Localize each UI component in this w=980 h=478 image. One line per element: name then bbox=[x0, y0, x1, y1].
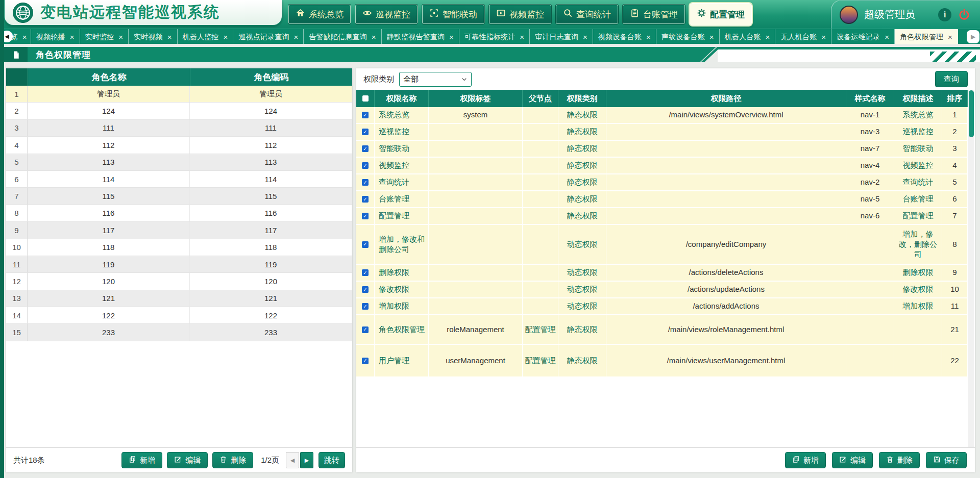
permission-table-row[interactable]: ✓台账管理静态权限nav-5台账管理6 bbox=[356, 191, 968, 208]
role-table-row[interactable]: 15233233 bbox=[6, 324, 352, 341]
tab-12[interactable]: 机器人台账× bbox=[720, 29, 776, 44]
permission-type-select[interactable]: 全部 bbox=[399, 72, 472, 87]
tab-7[interactable]: 静默监视告警查询× bbox=[382, 29, 459, 44]
nav-button-4[interactable]: 查询统计 bbox=[556, 5, 618, 24]
role-table-row[interactable]: 11119119 bbox=[6, 256, 352, 273]
nav-button-2[interactable]: 智能联动 bbox=[422, 5, 484, 24]
scrollbar-thumb[interactable] bbox=[969, 90, 974, 137]
nav-button-5[interactable]: 台账管理 bbox=[623, 5, 685, 24]
tab-8[interactable]: 可靠性指标统计× bbox=[459, 29, 530, 44]
role-table-row[interactable]: 10118118 bbox=[6, 239, 352, 256]
row-checkbox[interactable]: ✓ bbox=[362, 213, 369, 219]
role-name-cell: 122 bbox=[28, 307, 190, 323]
row-checkbox[interactable]: ✓ bbox=[362, 145, 369, 152]
row-checkbox[interactable]: ✓ bbox=[362, 129, 369, 135]
tab-close-icon[interactable]: × bbox=[372, 33, 376, 41]
tab-scroll-right-icon[interactable]: ▶ bbox=[967, 30, 979, 43]
save-button[interactable]: 保存 bbox=[926, 452, 967, 468]
tab-10[interactable]: 视频设备台账× bbox=[593, 29, 656, 44]
row-checkbox[interactable]: ✓ bbox=[362, 269, 369, 276]
search-button[interactable]: 查询 bbox=[935, 71, 968, 87]
tab-close-icon[interactable]: × bbox=[294, 33, 299, 41]
row-checkbox[interactable]: ✓ bbox=[362, 179, 369, 186]
permission-table-row[interactable]: ✓增加权限动态权限/actions/addActions增加权限11 bbox=[356, 298, 968, 315]
role-table-row[interactable]: 12120120 bbox=[6, 273, 352, 290]
tab-label: 无人机台账 bbox=[780, 32, 817, 42]
edit-button[interactable]: 编辑 bbox=[167, 452, 208, 468]
permission-table-row[interactable]: ✓增加，修改和删除公司动态权限/company/editCompany增加，修改… bbox=[356, 225, 968, 265]
permission-table-row[interactable]: ✓视频监控静态权限nav-4视频监控4 bbox=[356, 158, 968, 174]
role-table-row[interactable]: 9117117 bbox=[6, 222, 352, 239]
tab-close-icon[interactable]: × bbox=[709, 33, 714, 41]
role-table-row[interactable]: 14122122 bbox=[6, 307, 352, 324]
delete-button[interactable]: 删除 bbox=[879, 452, 920, 468]
tab-close-icon[interactable]: × bbox=[885, 33, 889, 41]
role-table-row[interactable]: 5113113 bbox=[6, 154, 352, 171]
nav-button-3[interactable]: 视频监控 bbox=[489, 5, 551, 24]
tab-3[interactable]: 实时视频× bbox=[129, 29, 178, 44]
tab-close-icon[interactable]: × bbox=[646, 33, 651, 41]
edit-button[interactable]: 编辑 bbox=[832, 452, 873, 468]
tab-2[interactable]: 实时监控× bbox=[80, 29, 129, 44]
permission-table-row[interactable]: ✓修改权限动态权限/actions/updateActions修改权限10 bbox=[356, 282, 968, 298]
tab-15[interactable]: 角色权限管理× bbox=[895, 29, 958, 44]
row-checkbox[interactable]: ✓ bbox=[362, 112, 369, 118]
table-scrollbar[interactable] bbox=[968, 90, 974, 447]
add-button[interactable]: 新增 bbox=[785, 452, 826, 468]
role-table-row[interactable]: 13121121 bbox=[6, 290, 352, 307]
role-table-row[interactable]: 6114114 bbox=[6, 171, 352, 188]
role-table-row[interactable]: 1管理员管理员 bbox=[6, 86, 352, 103]
tab-close-icon[interactable]: × bbox=[449, 33, 454, 41]
row-checkbox[interactable]: ✓ bbox=[362, 241, 369, 248]
tab-6[interactable]: 告警缺陷信息查询× bbox=[304, 29, 381, 44]
permission-table-row[interactable]: ✓查询统计静态权限nav-2查询统计5 bbox=[356, 174, 968, 191]
permission-table-row[interactable]: ✓删除权限动态权限/actions/deleteActions删除权限9 bbox=[356, 265, 968, 282]
tab-close-icon[interactable]: × bbox=[167, 33, 172, 41]
tab-close-icon[interactable]: × bbox=[520, 33, 524, 41]
row-checkbox[interactable]: ✓ bbox=[362, 358, 369, 364]
row-checkbox[interactable]: ✓ bbox=[362, 196, 369, 203]
tab-close-icon[interactable]: × bbox=[223, 33, 228, 41]
role-table-row[interactable]: 8116116 bbox=[6, 205, 352, 222]
row-checkbox[interactable]: ✓ bbox=[362, 162, 369, 169]
row-checkbox[interactable]: ✓ bbox=[362, 286, 369, 293]
select-all-checkbox[interactable] bbox=[356, 90, 375, 107]
tab-close-icon[interactable]: × bbox=[118, 33, 123, 41]
logout-power-icon[interactable] bbox=[958, 8, 971, 21]
role-table-row[interactable]: 3111111 bbox=[6, 120, 352, 137]
permission-table-row[interactable]: ✓配置管理静态权限nav-6配置管理7 bbox=[356, 208, 968, 225]
delete-button[interactable]: 删除 bbox=[212, 452, 253, 468]
permission-table-row[interactable]: ✓用户管理userManagement配置管理静态权限/main/views/u… bbox=[356, 345, 968, 378]
nav-button-1[interactable]: 巡视监控 bbox=[355, 5, 418, 24]
tab-4[interactable]: 机器人监控× bbox=[178, 29, 234, 44]
tab-close-icon[interactable]: × bbox=[22, 33, 27, 41]
tab-close-icon[interactable]: × bbox=[766, 33, 770, 41]
jump-page-button[interactable]: 跳转 bbox=[318, 452, 345, 468]
nav-button-0[interactable]: 系统总览 bbox=[288, 5, 351, 24]
permission-table-row[interactable]: ✓角色权限管理roleManagement配置管理静态权限/main/views… bbox=[356, 315, 968, 345]
role-table-row[interactable]: 2124124 bbox=[6, 103, 352, 119]
role-table-row[interactable]: 7115115 bbox=[6, 188, 352, 205]
tab-9[interactable]: 审计日志查询× bbox=[530, 29, 593, 44]
row-checkbox[interactable]: ✓ bbox=[362, 303, 369, 310]
tab-13[interactable]: 无人机台账× bbox=[775, 29, 831, 44]
tab-14[interactable]: 设备运维记录× bbox=[831, 29, 895, 44]
role-table-row[interactable]: 4112112 bbox=[6, 137, 352, 154]
nav-button-6[interactable]: 配置管理 bbox=[690, 3, 752, 26]
tab-5[interactable]: 巡视点记录查询× bbox=[233, 29, 304, 44]
row-checkbox[interactable]: ✓ bbox=[362, 326, 369, 333]
tab-close-icon[interactable]: × bbox=[821, 33, 826, 41]
tab-close-icon[interactable]: × bbox=[583, 33, 587, 41]
add-button[interactable]: 新增 bbox=[121, 452, 162, 468]
permission-table-row[interactable]: ✓智能联动静态权限nav-7智能联动3 bbox=[356, 141, 968, 158]
tab-11[interactable]: 声纹设备台账× bbox=[656, 29, 720, 44]
tab-1[interactable]: 视频轮播× bbox=[31, 29, 80, 44]
permission-table-row[interactable]: ✓系统总览system静态权限/main/views/systemOvervie… bbox=[356, 107, 968, 124]
tab-close-icon[interactable]: × bbox=[948, 33, 952, 41]
info-icon[interactable]: i bbox=[938, 8, 951, 21]
tab-close-icon[interactable]: × bbox=[70, 33, 75, 41]
avatar[interactable] bbox=[840, 6, 858, 24]
next-page-button[interactable]: ▶ bbox=[300, 452, 313, 468]
permission-table-row[interactable]: ✓巡视监控静态权限nav-3巡视监控2 bbox=[356, 124, 968, 141]
prev-page-button[interactable]: ◀ bbox=[286, 452, 299, 468]
